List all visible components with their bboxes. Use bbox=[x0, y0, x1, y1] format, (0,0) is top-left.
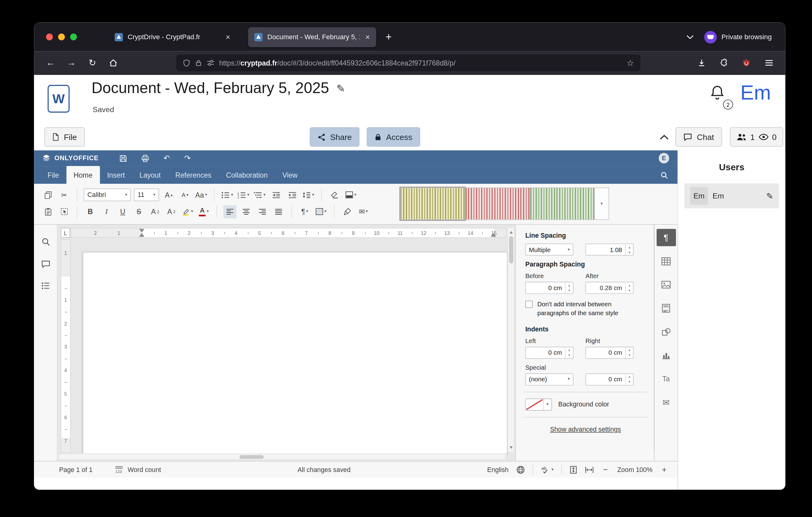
italic-button[interactable]: I bbox=[100, 205, 113, 218]
tracking-shield-icon[interactable] bbox=[183, 59, 191, 67]
horizontal-scroll-thumb[interactable] bbox=[239, 455, 264, 459]
decrease-font-button[interactable]: A▾ bbox=[178, 188, 192, 201]
undo-icon[interactable]: ↶ bbox=[164, 154, 170, 163]
shape-settings-icon[interactable] bbox=[656, 323, 675, 340]
zoom-window-button[interactable] bbox=[70, 33, 77, 40]
chat-button[interactable]: Chat bbox=[675, 128, 722, 147]
menu-hamburger-icon[interactable] bbox=[761, 55, 777, 71]
collapse-toolbar-button[interactable] bbox=[655, 129, 673, 145]
connection-lock-icon[interactable] bbox=[195, 59, 202, 66]
vertical-scroll-thumb[interactable] bbox=[509, 236, 513, 264]
font-size-select[interactable]: 11▾ bbox=[134, 189, 159, 201]
line-spacing-value-spinner[interactable]: 1.08▴▾ bbox=[586, 244, 634, 255]
new-tab-button[interactable]: + bbox=[385, 31, 392, 43]
styles-gallery-expand-button[interactable]: ▾ bbox=[595, 187, 609, 220]
header-footer-settings-icon[interactable] bbox=[656, 300, 675, 317]
image-settings-icon[interactable] bbox=[656, 276, 675, 293]
globe-icon[interactable] bbox=[517, 465, 525, 473]
notifications-bell-button[interactable]: 2 bbox=[709, 84, 733, 111]
align-left-button[interactable] bbox=[223, 205, 236, 218]
share-button[interactable]: Share bbox=[310, 128, 359, 147]
extensions-puzzle-icon[interactable] bbox=[716, 55, 732, 71]
save-icon[interactable] bbox=[120, 154, 127, 162]
textart-settings-icon[interactable]: Ta bbox=[656, 370, 675, 387]
align-center-button[interactable] bbox=[239, 205, 253, 218]
line-spacing-select[interactable]: Multiple▾ bbox=[525, 244, 573, 255]
bullets-button[interactable]: ▾ bbox=[221, 188, 234, 201]
menu-tab-view[interactable]: View bbox=[275, 166, 305, 184]
indent-left-spinner[interactable]: 0 cm▴▾ bbox=[525, 347, 573, 359]
tab-stop-selector[interactable]: L bbox=[61, 228, 70, 238]
special-indent-select[interactable]: (none)▾ bbox=[525, 373, 573, 385]
justify-button[interactable] bbox=[272, 205, 285, 218]
style-preview-tile[interactable] bbox=[530, 187, 595, 220]
edit-name-pencil-icon[interactable]: ✎ bbox=[766, 191, 774, 200]
downloads-icon[interactable] bbox=[693, 55, 709, 71]
zoom-out-button[interactable]: − bbox=[602, 465, 609, 474]
menu-tab-home[interactable]: Home bbox=[66, 166, 100, 184]
tab-close-icon[interactable]: × bbox=[225, 32, 231, 42]
right-indent-marker[interactable] bbox=[491, 230, 496, 237]
bold-button[interactable]: B bbox=[84, 205, 97, 218]
clear-style-button[interactable] bbox=[328, 188, 341, 201]
reload-icon[interactable]: ↻ bbox=[84, 55, 100, 71]
cut-icon[interactable]: ✂ bbox=[58, 188, 71, 201]
spell-check-button[interactable]: ab ▾ bbox=[541, 466, 553, 473]
copy-style-button[interactable] bbox=[341, 205, 354, 218]
home-icon[interactable] bbox=[105, 55, 121, 71]
language-selector[interactable]: English bbox=[487, 466, 509, 473]
style-preview-tile[interactable] bbox=[465, 187, 530, 220]
file-menu-button[interactable]: File bbox=[45, 128, 85, 147]
url-bar[interactable]: https://cryptpad.fr/doc/#/3/doc/edit/ff0… bbox=[176, 55, 640, 71]
close-window-button[interactable] bbox=[46, 33, 53, 40]
mail-merge-settings-icon[interactable]: ✉ bbox=[656, 394, 675, 411]
subscript-button[interactable]: A2 bbox=[165, 205, 178, 218]
chart-settings-icon[interactable] bbox=[656, 347, 675, 364]
vertical-scrollbar[interactable] bbox=[508, 227, 514, 452]
menu-tab-references[interactable]: References bbox=[168, 166, 219, 184]
users-presence-button[interactable]: 1 0 bbox=[730, 128, 784, 147]
menu-tab-layout[interactable]: Layout bbox=[132, 166, 168, 184]
multilevel-list-button[interactable]: ▾ bbox=[253, 188, 266, 201]
access-button[interactable]: Access bbox=[367, 128, 420, 147]
rename-pencil-icon[interactable]: ✎ bbox=[337, 82, 345, 94]
shading-button[interactable]: ▾ bbox=[315, 205, 328, 218]
underline-button[interactable]: U bbox=[116, 205, 129, 218]
font-color-button[interactable]: A▾ bbox=[197, 205, 210, 218]
fit-page-button[interactable] bbox=[570, 465, 577, 473]
mail-merge-button[interactable]: ✉▾ bbox=[357, 205, 370, 218]
scroll-down-arrow[interactable] bbox=[510, 446, 513, 451]
list-tabs-chevron-icon[interactable] bbox=[686, 35, 694, 39]
horizontal-scrollbar[interactable] bbox=[59, 454, 506, 460]
tab-cryptdrive[interactable]: CryptDrive - CryptPad.fr × bbox=[108, 27, 236, 47]
background-color-button[interactable]: ▾ bbox=[525, 399, 552, 410]
editor-user-avatar[interactable]: E bbox=[659, 153, 669, 163]
document-page[interactable] bbox=[83, 252, 508, 454]
advanced-settings-link[interactable]: Show advanced settings bbox=[525, 426, 645, 433]
scroll-up-arrow[interactable] bbox=[510, 229, 513, 234]
superscript-button[interactable]: A2 bbox=[149, 205, 162, 218]
menu-tab-file[interactable]: File bbox=[40, 166, 66, 184]
highlight-color-button[interactable]: ▾ bbox=[181, 205, 194, 218]
zoom-in-button[interactable]: + bbox=[660, 465, 668, 474]
interval-checkbox[interactable] bbox=[525, 301, 533, 308]
menu-tab-collaboration[interactable]: Collaboration bbox=[219, 166, 275, 184]
account-avatar[interactable]: Em bbox=[741, 81, 771, 104]
permissions-icon[interactable] bbox=[206, 59, 214, 66]
find-icon[interactable] bbox=[41, 237, 50, 246]
comments-icon[interactable] bbox=[41, 260, 50, 268]
fit-width-button[interactable] bbox=[585, 466, 594, 473]
paste-icon[interactable] bbox=[41, 205, 55, 218]
navigation-headings-icon[interactable] bbox=[41, 282, 50, 289]
style-preview-tile[interactable] bbox=[400, 187, 465, 220]
search-icon[interactable] bbox=[660, 171, 668, 179]
document-canvas-area[interactable]: L 12123456789101112131415 121234567 bbox=[58, 225, 515, 461]
print-icon[interactable] bbox=[141, 154, 149, 162]
numbering-button[interactable]: 123▾ bbox=[237, 188, 250, 201]
select-all-icon[interactable] bbox=[58, 205, 71, 218]
increase-font-button[interactable]: A▴ bbox=[162, 188, 175, 201]
menu-tab-insert[interactable]: Insert bbox=[100, 166, 132, 184]
decrease-indent-button[interactable] bbox=[269, 188, 283, 201]
bookmark-star-icon[interactable]: ☆ bbox=[627, 58, 634, 68]
redo-icon[interactable]: ↷ bbox=[184, 154, 191, 163]
